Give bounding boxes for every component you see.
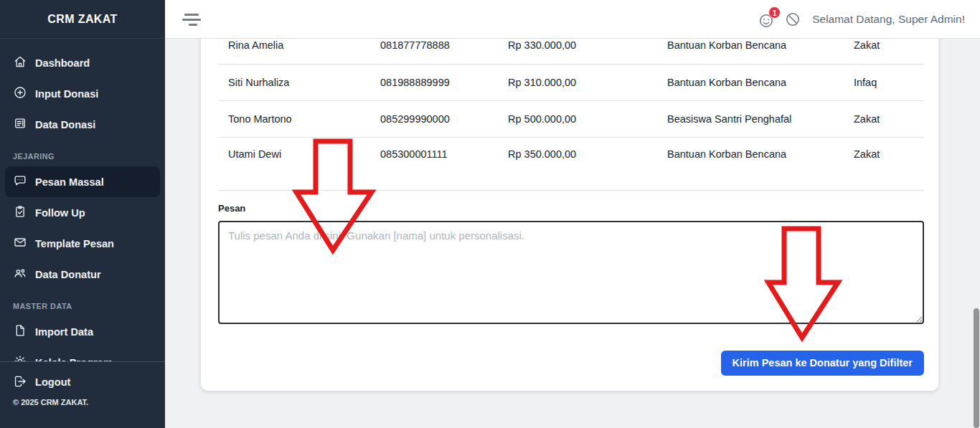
form-actions: Kirim Pesan ke Donatur yang Difilter — [218, 351, 924, 376]
sidebar-item-label: Pesan Massal — [35, 176, 104, 188]
donor-name: Rina Amelia — [218, 39, 370, 64]
logout-icon — [13, 374, 27, 391]
main-content: Rina Amelia 081877778888 Rp 330.000,00 B… — [165, 39, 980, 428]
sidebar: CRM ZAKAT Dashboard Input Donasi Data Do… — [0, 0, 165, 428]
donation-amount: Rp 350.000,00 — [498, 137, 657, 190]
notifications-button[interactable]: 1 — [758, 13, 774, 29]
sidebar-nav: Dashboard Input Donasi Data Donasi JEJAR… — [0, 39, 165, 378]
scrollbar-thumb[interactable] — [974, 308, 979, 428]
sidebar-item-import-data[interactable]: Import Data — [5, 316, 160, 347]
table-row[interactable]: Utami Dewi 085300001111 Rp 350.000,00 Ba… — [218, 137, 924, 190]
logout-label: Logout — [35, 376, 70, 388]
slash-circle-icon[interactable] — [785, 11, 801, 27]
file-earmark-icon — [13, 323, 27, 340]
donation-amount: Rp 500.000,00 — [498, 100, 657, 137]
table-row[interactable]: Rina Amelia 081877778888 Rp 330.000,00 B… — [218, 39, 924, 64]
donation-program: Beasiswa Santri Penghafal — [657, 100, 844, 137]
sidebar-footer: Logout © 2025 CRM ZAKAT. — [0, 361, 165, 428]
sidebar-item-label: Data Donasi — [35, 119, 95, 130]
sidebar-item-label: Import Data — [35, 326, 93, 338]
donation-type: Zakat — [844, 100, 924, 137]
donor-table: Rina Amelia 081877778888 Rp 330.000,00 B… — [218, 39, 924, 191]
sidebar-item-label: Dashboard — [35, 57, 90, 69]
donation-program: Bantuan Korban Bencana — [657, 39, 844, 64]
envelope-icon — [13, 235, 27, 252]
sidebar-item-dashboard[interactable]: Dashboard — [5, 47, 160, 78]
sidebar-item-label: Template Pesan — [35, 238, 114, 249]
sidebar-section-master-data: MASTER DATA — [0, 290, 165, 316]
sidebar-item-label: Follow Up — [35, 207, 85, 219]
donor-phone: 081877778888 — [370, 39, 498, 64]
clipboard-check-icon — [13, 204, 27, 221]
donor-name: Siti Nurhaliza — [218, 64, 370, 100]
copyright-text: © 2025 CRM ZAKAT. — [0, 398, 165, 406]
plus-circle-icon — [13, 85, 27, 102]
donation-amount: Rp 330.000,00 — [498, 39, 657, 64]
home-icon — [13, 54, 27, 71]
logout-button[interactable]: Logout — [5, 368, 160, 396]
app-window: CRM ZAKAT Dashboard Input Donasi Data Do… — [0, 0, 980, 428]
topbar: 1 Selamat Datang, Super Admin! — [165, 0, 980, 39]
donation-amount: Rp 310.000,00 — [498, 64, 657, 100]
donation-type: Infaq — [844, 64, 924, 100]
chat-dots-icon — [13, 173, 27, 190]
sidebar-section-jejaring: JEJARING — [0, 140, 165, 166]
notification-badge: 1 — [768, 6, 781, 19]
people-icon — [13, 266, 27, 282]
sidebar-item-input-donasi[interactable]: Input Donasi — [5, 78, 160, 109]
app-brand: CRM ZAKAT — [0, 0, 165, 39]
sidebar-item-pesan-massal[interactable]: Pesan Massal — [5, 166, 160, 197]
donation-type: Zakat — [844, 39, 924, 64]
sidebar-item-label: Data Donatur — [35, 269, 101, 280]
table-row[interactable]: Tono Martono 085299990000 Rp 500.000,00 … — [218, 100, 924, 137]
sidebar-item-template-pesan[interactable]: Template Pesan — [5, 228, 160, 259]
message-textarea[interactable] — [218, 221, 924, 324]
send-message-button[interactable]: Kirim Pesan ke Donatur yang Difilter — [721, 351, 924, 376]
message-label: Pesan — [218, 202, 924, 215]
donation-type: Zakat — [844, 137, 924, 190]
sidebar-item-data-donatur[interactable]: Data Donatur — [5, 259, 160, 290]
donor-phone: 081988889999 — [370, 64, 498, 100]
donor-phone: 085299990000 — [370, 100, 498, 137]
sidebar-item-follow-up[interactable]: Follow Up — [5, 197, 160, 228]
sidebar-item-label: Input Donasi — [35, 88, 98, 100]
topbar-right: 1 Selamat Datang, Super Admin! — [758, 0, 965, 39]
donation-program: Bantuan Korban Bencana — [657, 137, 844, 190]
sidebar-item-data-donasi[interactable]: Data Donasi — [5, 109, 160, 140]
donor-name: Tono Martono — [218, 100, 370, 137]
table-row[interactable]: Siti Nurhaliza 081988889999 Rp 310.000,0… — [218, 64, 924, 100]
content-card: Rina Amelia 081877778888 Rp 330.000,00 B… — [201, 39, 938, 391]
donor-phone: 085300001111 — [370, 137, 498, 190]
journal-icon — [13, 116, 27, 133]
welcome-text: Selamat Datang, Super Admin! — [812, 13, 965, 26]
menu-icon[interactable] — [182, 12, 201, 27]
donor-name: Utami Dewi — [218, 137, 370, 190]
donation-program: Bantuan Korban Bencana — [657, 64, 844, 100]
